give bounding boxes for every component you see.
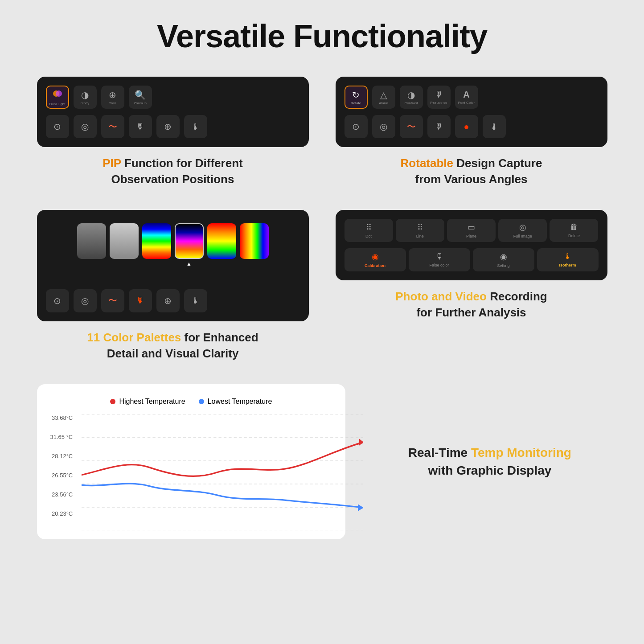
icon-calibration[interactable]: ◉ Calibration [345,248,406,271]
icon-full-image[interactable]: ◎ Full Image [498,219,547,242]
icon-pip-r2-4[interactable]: 🎙 [129,115,152,138]
icon-pal-r2-5[interactable]: ⊕ [156,289,180,312]
icon-pal-r2-6[interactable]: 🌡 [184,289,207,312]
icon-rot-r2-3[interactable]: 〜 [400,115,423,138]
recording-panel: ⠿ Dot ⠿ Line ▭ Plane ◎ Full Image 🗑 D [336,210,607,280]
palette-panel: ▲ ⊙ ◎ 〜 🎙 ⊕ 🌡 [37,210,309,321]
swatch-2[interactable] [110,223,139,274]
icon-pip-r2-5[interactable]: ⊕ [156,115,180,138]
icon-plane[interactable]: ▭ Plane [447,219,496,242]
legend-lowest: Lowest Temperature [199,398,272,406]
recording-row2: ◉ Calibration 🎙 False color ◉ Setting 🌡 … [345,248,599,271]
pip-feature-label: PIP Function for DifferentObservation Po… [103,155,242,188]
chart-plot-area: 33.68°C 31.65 °C 28.12°C 26.55°C 23.56°C… [50,414,332,530]
swatch-6[interactable] [240,223,269,274]
icon-pip-r2-3[interactable]: 〜 [101,115,124,138]
rotate-highlight: Rotatable [401,156,453,170]
legend-lowest-label: Lowest Temperature [208,398,272,406]
swatch-5[interactable] [207,223,236,274]
y-label-5: 31.65 °C [50,434,73,440]
svg-point-1 [56,90,62,97]
feature-palette: ▲ ⊙ ◎ 〜 🎙 ⊕ 🌡 11 Color Palet [37,210,309,362]
pip-icons-row2: ⊙ ◎ 〜 🎙 ⊕ 🌡 [46,115,300,138]
icon-contrast[interactable]: ◑ Contrast [400,86,423,109]
icon-alarm[interactable]: △ Alarm [372,86,395,109]
pip-icons-row1: Dual Light ◑ rency ⊕ Tran 🔍 Zoom in [46,86,300,109]
icon-rot-r2-2[interactable]: ◎ [372,115,395,138]
palette-feature-label: 11 Color Palettes for EnhancedDetail and… [87,329,258,362]
pip-panel: Dual Light ◑ rency ⊕ Tran 🔍 Zoom in ⊙ ◎ [37,77,309,147]
rotate-icons-row2: ⊙ ◎ 〜 🎙 ● 🌡 [345,115,599,138]
icon-delete[interactable]: 🗑 Delete [550,219,598,242]
y-label-6: 33.68°C [50,414,73,421]
icon-setting[interactable]: ◉ Setting [473,248,534,271]
feature-pip: Dual Light ◑ rency ⊕ Tran 🔍 Zoom in ⊙ ◎ [37,77,309,188]
chart-legend: Highest Temperature Lowest Temperature [50,398,332,406]
icon-pip-r2-6[interactable]: 🌡 [184,115,207,138]
legend-dot-blue [199,399,204,404]
rotate-feature-label: Rotatable Design Capturefrom Various Ang… [401,155,542,188]
swatch-1[interactable] [77,223,106,274]
legend-highest-label: Highest Temperature [119,398,185,406]
icon-dual-light[interactable]: Dual Light [46,86,69,109]
y-axis: 33.68°C 31.65 °C 28.12°C 26.55°C 23.56°C… [50,414,77,517]
icon-pip-r2-2[interactable]: ◎ [74,115,97,138]
svg-marker-8 [359,439,363,446]
recording-row1: ⠿ Dot ⠿ Line ▭ Plane ◎ Full Image 🗑 D [345,219,599,242]
icon-pseudo[interactable]: 🎙 Pseudo co [427,86,451,109]
recording-highlight: Photo and Video [395,290,487,303]
icon-zoom-in[interactable]: 🔍 Zoom in [129,86,152,109]
icon-line[interactable]: ⠿ Line [396,219,444,242]
icon-pal-r2-1[interactable]: ⊙ [46,289,69,312]
bottom-section: Highest Temperature Lowest Temperature 3… [37,384,607,539]
chart-svg [82,414,364,530]
icon-pal-r2-2[interactable]: ◎ [74,289,97,312]
icon-rot-r2-5[interactable]: ● [455,115,478,138]
palette-icons-row2: ⊙ ◎ 〜 🎙 ⊕ 🌡 [46,289,300,312]
swatch-3[interactable] [142,223,171,274]
dual-light-icon [52,88,63,101]
icon-rot-r2-4[interactable]: 🎙 [427,115,451,138]
pip-highlight: PIP [103,156,121,170]
temp-monitoring-highlight: Temp Monitoring [471,446,571,459]
icon-false-color[interactable]: 🎙 False color [409,248,470,271]
icon-pal-r2-3[interactable]: 〜 [101,289,124,312]
y-label-1: 20.23°C [50,510,73,517]
icon-pal-r2-4[interactable]: 🎙 [129,289,152,312]
legend-dot-red [110,399,115,404]
y-label-4: 28.12°C [50,453,73,459]
icon-rotate[interactable]: ↻ Rotate [345,86,368,109]
icon-isotherm[interactable]: 🌡 Isotherm [537,248,599,271]
chart-description: Real-Time Temp Monitoringwith Graphic Di… [372,444,607,479]
palette-swatches-row: ▲ [46,219,300,283]
rotate-panel: ↻ Rotate △ Alarm ◑ Contrast 🎙 Pseudo co … [336,77,607,147]
recording-feature-label: Photo and Video Recordingfor Further Ana… [395,288,547,321]
y-label-3: 26.55°C [50,472,73,479]
page-title: Versatile Functionality [157,18,487,54]
temperature-chart: Highest Temperature Lowest Temperature 3… [37,384,346,539]
icon-trans[interactable]: ⊕ Tran [101,86,124,109]
icon-font-color[interactable]: A Font Color [455,86,478,109]
icon-rot-r2-1[interactable]: ⊙ [345,115,368,138]
rotate-icons-row1: ↻ Rotate △ Alarm ◑ Contrast 🎙 Pseudo co … [345,86,599,109]
chart-feature-label: Real-Time Temp Monitoringwith Graphic Di… [408,444,571,479]
feature-rotate: ↻ Rotate △ Alarm ◑ Contrast 🎙 Pseudo co … [336,77,607,188]
legend-highest: Highest Temperature [110,398,185,406]
icon-pip-r2-1[interactable]: ⊙ [46,115,69,138]
features-grid: Dual Light ◑ rency ⊕ Tran 🔍 Zoom in ⊙ ◎ [37,77,607,362]
icon-rot-r2-6[interactable]: 🌡 [483,115,506,138]
feature-recording: ⠿ Dot ⠿ Line ▭ Plane ◎ Full Image 🗑 D [336,210,607,362]
dual-light-label: Dual Light [49,103,65,106]
icon-dot[interactable]: ⠿ Dot [345,219,393,242]
icon-transparency[interactable]: ◑ rency [74,86,97,109]
swatch-4-selected[interactable]: ▲ [175,223,204,267]
y-label-2: 23.56°C [50,491,73,498]
svg-marker-9 [358,504,364,511]
palette-highlight: 11 Color Palettes [87,331,181,344]
